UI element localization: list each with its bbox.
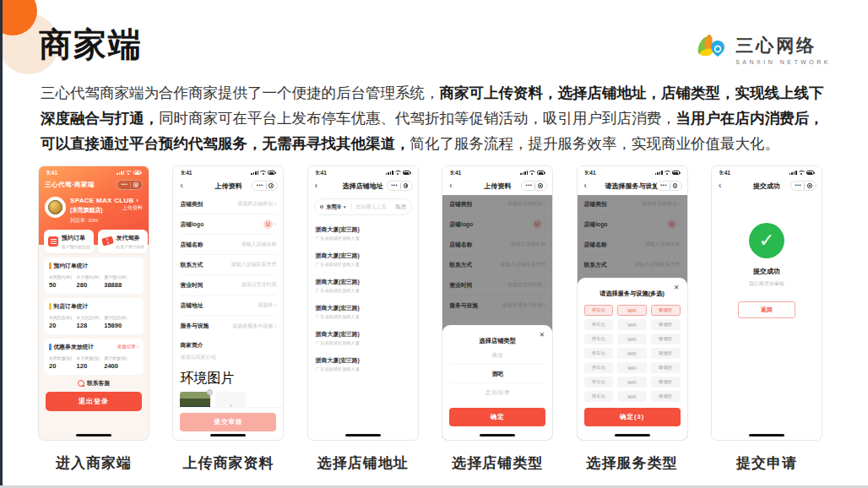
address-list-item[interactable]: 浙商大厦(宏三路)广东省南城区浙商大厦	[316, 247, 410, 273]
chip-smoking[interactable]: 吸烟区	[651, 319, 681, 330]
chip-smoking[interactable]: 吸烟区	[651, 391, 681, 402]
sheet-title: 选择店铺类型	[480, 337, 516, 344]
chip-parking[interactable]: 停车位	[584, 362, 614, 373]
home-indicator	[749, 434, 784, 436]
back-icon[interactable]: ‹	[315, 182, 317, 190]
step-caption-5: 选择服务类型	[577, 453, 688, 473]
ticket-icon	[101, 236, 114, 247]
option-bar[interactable]: 酒吧	[449, 365, 545, 383]
reserve-order-card[interactable]: 预约订单 客户预约的信息	[44, 230, 94, 253]
form-row-logo[interactable]: 店铺logoU›	[180, 214, 276, 235]
home-indicator	[345, 434, 381, 436]
address-list-item[interactable]: 浙商大厦(宏三路)广东省南城区浙商大厦	[316, 273, 410, 299]
step-caption-6: 提交申请	[711, 453, 822, 473]
sheet-title: 请选择服务与设施(多选)	[599, 290, 665, 297]
logo-name: 三心网络	[735, 34, 831, 57]
form-row-facilities[interactable]: 服务与设施请选择服务与设施›	[180, 316, 276, 336]
step-caption-1: 进入商家端	[38, 453, 149, 473]
wechat-capsule[interactable]: •••	[252, 181, 278, 191]
close-icon[interactable]: ✕	[674, 284, 680, 291]
intro-textarea[interactable]: 请填写商家介绍	[180, 354, 276, 361]
store-type-sheet: 选择店铺类型 ✕ 美食 酒吧 足浴/按摩 确定	[442, 325, 552, 440]
card-title: 预约订单	[62, 234, 90, 242]
submit-review-button[interactable]: 提交审核	[180, 413, 276, 431]
photos-label: 环境图片	[180, 370, 276, 388]
status-bar: 9:41	[712, 166, 822, 177]
option-food[interactable]: 美食	[449, 346, 545, 365]
wechat-capsule[interactable]: •••	[790, 181, 816, 191]
wechat-capsule[interactable]: •••	[521, 181, 547, 191]
chip-parking[interactable]: 停车位	[584, 391, 614, 402]
chip-parking[interactable]: 停车位	[584, 348, 614, 359]
company-logo: 三心网络 SANXIN NETWORK	[695, 32, 831, 66]
minimize-icon[interactable]	[133, 182, 138, 187]
search-input[interactable]: 您在哪儿上车	[356, 203, 387, 211]
back-icon[interactable]: ‹	[584, 182, 587, 190]
chip-parking-selected[interactable]: 停车位	[584, 305, 614, 316]
form-row-name[interactable]: 店铺名称请输入店铺名称	[180, 235, 276, 255]
intro-paragraph: 三心代驾商家端为合作商家提供了一个便捷的后台管理系统，商家可上传资料，选择店铺地…	[41, 80, 838, 156]
store-avatar	[45, 197, 66, 218]
address-list-item[interactable]: 浙商大厦(宏三路)广东省南城区浙商大厦	[316, 220, 410, 247]
back-icon[interactable]: ‹	[449, 182, 452, 190]
form-row-category[interactable]: 店铺类别请选择店铺类别›	[180, 194, 276, 214]
more-icon[interactable]: •••	[121, 182, 127, 187]
chip-wifi[interactable]: WiFi	[617, 319, 647, 330]
chip-wifi[interactable]: WiFi	[617, 391, 647, 402]
wechat-capsule[interactable]: •••	[656, 181, 682, 191]
confirm-button[interactable]: 确定(3)	[584, 408, 681, 426]
back-icon[interactable]: ‹	[719, 182, 721, 190]
status-bar: 9:41	[39, 166, 149, 177]
chip-parking[interactable]: 停车位	[584, 377, 614, 388]
store-card[interactable]: SPACE MAX CLUB › (东莞旗舰店) 到店率: 30% 上传资料	[39, 190, 149, 225]
intro-seg1: 三心代驾商家端为合作商家提供了一个便捷的后台管理系统，	[41, 84, 440, 101]
option-footbath[interactable]: 足浴/按摩	[449, 383, 545, 402]
chip-smoking[interactable]: 吸烟区	[651, 362, 681, 373]
confirm-button[interactable]: 确定	[449, 408, 545, 426]
chip-smoking[interactable]: 吸烟区	[651, 348, 681, 359]
contact-service-link[interactable]: 联系客服	[39, 379, 149, 388]
return-button[interactable]: 返回	[738, 301, 795, 318]
stat-card-reservations: 预约订单统计 本周预约(单)50 本月预约(单)280 累计预约(单)38888	[44, 258, 144, 294]
chip-wifi-selected[interactable]: WiFi	[617, 305, 647, 316]
wifi-icon	[126, 171, 132, 175]
chip-wifi[interactable]: WiFi	[617, 348, 647, 359]
store-visit-rate: 到店率: 30%	[70, 217, 138, 225]
address-search-bar[interactable]: 东莞市 ▼ 您在哪儿上车 取消	[314, 198, 412, 215]
address-list-item[interactable]: 浙商大厦(宏三路)广东省南城区浙商大厦	[316, 299, 410, 325]
headset-icon	[78, 380, 84, 387]
chip-parking[interactable]: 停车位	[584, 319, 614, 330]
card-title: 发代驾券	[117, 234, 145, 242]
section-bar	[49, 263, 52, 269]
logo-icon	[695, 32, 729, 66]
step-caption-4: 选择店铺类型	[442, 453, 553, 473]
close-icon[interactable]: ✕	[539, 331, 545, 339]
back-icon[interactable]: ‹	[180, 182, 182, 190]
chip-smoking[interactable]: 吸烟区	[651, 377, 681, 388]
intro-label: 商家简介	[180, 341, 276, 350]
chip-smoking[interactable]: 吸烟区	[651, 333, 681, 344]
cancel-button[interactable]: 取消	[395, 203, 405, 211]
chip-parking[interactable]: 停车位	[584, 333, 614, 344]
status-bar: 9:41	[442, 166, 552, 177]
coupon-record-link[interactable]: 发放记录 ›	[117, 344, 138, 350]
form-row-contact[interactable]: 联系方式请输入店铺联系方式	[180, 255, 276, 275]
nav-title: 提交成功	[753, 182, 780, 191]
chip-wifi[interactable]: WiFi	[617, 362, 647, 373]
form-row-hours[interactable]: 营业时间请填写营业时间	[180, 275, 276, 296]
logout-button[interactable]: 退出登录	[46, 392, 142, 411]
chip-smoking-selected[interactable]: 吸烟区	[651, 305, 681, 316]
chip-wifi[interactable]: WiFi	[617, 333, 647, 344]
chip-wifi[interactable]: WiFi	[617, 377, 647, 388]
upload-info-link[interactable]: 上传资料	[122, 204, 143, 212]
address-list-item[interactable]: 浙商大厦(宏三路)广东省南城区浙商大厦	[316, 325, 410, 351]
remove-photo-icon[interactable]: ✕	[207, 389, 213, 395]
form-row-address[interactable]: 店铺地址请选择›	[180, 296, 276, 316]
intro-seg3: 同时商家可在平台上发布停车优惠、代驾折扣等促销活动，吸引用户到店消费，	[159, 110, 676, 127]
send-coupon-card[interactable]: 发代驾券 给客户发代驾券	[98, 230, 149, 253]
city-selector[interactable]: 东莞市	[326, 203, 342, 211]
wechat-capsule[interactable]: •••	[117, 180, 143, 190]
step-caption-2: 上传商家资料	[172, 453, 284, 473]
address-list-item[interactable]: 浙商大厦(宏三路)广东省南城区浙商大厦	[316, 351, 410, 377]
wechat-capsule[interactable]: •••	[387, 181, 413, 191]
